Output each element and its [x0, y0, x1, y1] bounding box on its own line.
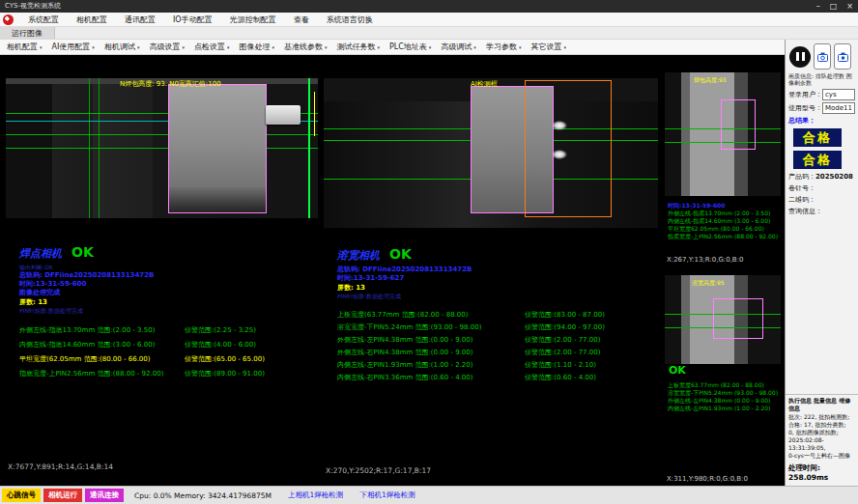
tool-advanced-debug[interactable]: 高级调试▾: [436, 42, 481, 52]
maximize-icon[interactable]: □: [830, 0, 838, 13]
menu-camera-config[interactable]: 相机配置: [68, 14, 116, 25]
lower-camera-link[interactable]: 下相机1焊枪检测: [359, 490, 415, 500]
result-block-melt-width: 溶宽相机 OK 总轨码: DFFiine2025020813313472B 时间…: [337, 244, 652, 384]
edge-line-yellow: [314, 92, 315, 136]
menu-comm-config[interactable]: 通讯配置: [116, 14, 164, 25]
measure-row: 外侧左线-指底13.70mm 范围:(2.00 - 3.50)侦警范围:(2.2…: [19, 323, 312, 338]
part-roi-outline: [168, 84, 267, 213]
qr-code-label: 二维码：: [786, 194, 858, 206]
chevron-down-icon: ▾: [325, 44, 328, 50]
roll-pin-label: 卷针号：: [786, 182, 858, 194]
tool-image-processing[interactable]: 图像处理▾: [234, 42, 279, 52]
time-line: 时间:13-31-59-600: [19, 280, 312, 289]
measure-row: 溶宽宽度-下PIN5.24mm 范围:(93.00 - 98.00)侦警范围:(…: [337, 322, 652, 334]
part-roi-outline: [713, 298, 763, 339]
app-logo-icon: [3, 14, 14, 25]
measure-row: 上板宽度(63.77mm 范围:(82.00 - 88.00)侦警范围:(83.…: [337, 309, 652, 322]
preview-image-top[interactable]: 焊包高度:93: [665, 72, 781, 196]
stat-line: 0-cys一号上料右—图像: [788, 452, 855, 460]
measurement-list: 上板宽度(63.77mm 范围:(82.00 - 88.00)侦警范围:(83.…: [337, 309, 652, 384]
measure-row: 平坦宽度(62.05mm 范围:(80.00 - 66.00)侦警范围:(65.…: [19, 352, 312, 367]
pause-icon: [802, 52, 805, 61]
upper-camera-link[interactable]: 上相机1焊枪检测: [288, 490, 343, 500]
camera-view-melt-width: AI检测框 溶宽相机 OK 总轨码: DFFiine20250208133134…: [322, 55, 660, 480]
time-line: 时间:13-31-59-627: [337, 274, 652, 283]
tool-ai-use-config[interactable]: AI使用配置▾: [47, 42, 100, 52]
tool-plc-address-table[interactable]: PLC地址表▾: [385, 42, 436, 52]
menu-system-config[interactable]: 系统配置: [19, 14, 68, 25]
menu-language-switch[interactable]: 系统语言切换: [318, 14, 382, 25]
measure-hline: [6, 134, 318, 135]
tool-advanced-settings[interactable]: 高级设置▾: [144, 42, 189, 52]
process-time: 处理时间: 258.09ms: [786, 462, 858, 486]
menu-io-manual-config[interactable]: IO手动配置: [164, 14, 221, 25]
time-line: 时间:13-31-59-600: [668, 202, 781, 210]
toolbar: 相机配置▾ AI使用配置▾ 相机调试▾ 高级设置▾ 点检设置▾ 图像处理▾ 基准…: [0, 40, 785, 55]
part-roi-outline: [721, 99, 756, 150]
stat-line: 0, 批拍图像抓拍数;: [788, 429, 855, 436]
camera-image-weld-spot[interactable]: N焊包高度: 93. N0宽高汇值:100: [6, 78, 318, 218]
close-icon[interactable]: ×: [846, 0, 853, 13]
measure-line: 内侧左线-左PIN1.93mm (1.00 - 2.20): [668, 405, 781, 412]
tab-row: 运行图像: [0, 27, 858, 40]
window-title: CYS-视觉检测系统: [5, 0, 61, 13]
connector-part: [266, 105, 300, 125]
result-status: OK: [389, 246, 412, 262]
measure-line: 内侧左线-指底14.60mm (3.00 - 6.00): [668, 217, 781, 225]
barcode-line: 总轨码: DFFiine2025020813313472B: [337, 266, 652, 274]
app-window: CYS-视觉检测系统 – □ × 系统配置 相机配置 通讯配置 IO手动配置 光…: [0, 0, 858, 504]
tab-run-image[interactable]: 运行图像: [0, 27, 55, 39]
measure-line: 外侧左线-指底13.70mm (2.00 - 3.50): [668, 210, 781, 217]
preview-image-bottom[interactable]: 溶宽高度:95: [665, 275, 781, 364]
model-label: 使用型号：: [788, 104, 822, 112]
tool-camera-debug[interactable]: 相机调试▾: [100, 42, 145, 52]
chevron-down-icon: ▾: [429, 44, 432, 50]
product-code-row: 产品码：20250208: [786, 171, 858, 182]
minimize-icon[interactable]: –: [816, 0, 820, 13]
preview-text-lines: 时间:13-31-59-600 外侧左线-指底13.70mm (2.00 - 3…: [668, 202, 781, 240]
tool-baseline-params[interactable]: 基准线参数▾: [279, 42, 332, 52]
tool-learning-params[interactable]: 学习参数▾: [481, 42, 527, 52]
model-value[interactable]: Mode11: [822, 102, 855, 114]
status-line: 图像处理完成: [19, 289, 312, 297]
control-buttons: [786, 40, 858, 72]
stat-line: 2025:02:08-13:31:39:05,: [788, 436, 855, 452]
status-bar: 心跳信号 相机运行 通讯连接 Cpu: 0.0% Memory: 3424.41…: [0, 486, 858, 504]
camera-live-button[interactable]: [814, 43, 831, 70]
result-block-weld-spot: 焊点相机 OK 输出判断:OK 总轨码: DFFiine202502081331…: [19, 242, 312, 381]
result-badge-2: 合格: [793, 151, 842, 169]
camera-icon: [817, 52, 828, 62]
right-panel: 画质信息: 排队处理数 图像剩余数 登录用户：cys 使用型号：Mode11 总…: [785, 40, 858, 486]
camera-capture-button[interactable]: [834, 43, 851, 70]
menu-light-control-config[interactable]: 光源控制配置: [221, 14, 285, 25]
tool-spot-check[interactable]: 点检设置▾: [189, 42, 235, 52]
weld-spot-highlight: [552, 150, 567, 159]
cursor-coordinates: X:267,Y:13;R:0,G:0,B:0: [667, 256, 743, 264]
camera-image-melt-width[interactable]: AI检测框: [324, 78, 658, 228]
chevron-down-icon: ▾: [137, 44, 140, 50]
measure-line: 外侧左线-左PIN4.38mm (0.00 - 9.00): [668, 397, 781, 405]
cursor-coordinates: X:311,Y:980;R:0,G:0,B:0: [667, 475, 748, 483]
total-result-label: 总结果：: [786, 115, 858, 126]
pin-line: PIN针轮廓:数据处理完成: [19, 307, 312, 315]
overlay-measure-label: N焊包高度: 93. N0宽高汇值:100: [120, 79, 221, 89]
query-info-label: 查询信息：: [786, 206, 858, 217]
pause-button[interactable]: [789, 46, 811, 68]
measurement-list: 外侧左线-指底13.70mm 范围:(2.00 - 3.50)侦警范围:(2.2…: [19, 323, 312, 381]
menu-view[interactable]: 查看: [285, 14, 318, 25]
result-status: OK: [72, 244, 94, 260]
overlay-measure-label: 焊包高度:93: [694, 76, 727, 85]
tool-other-settings[interactable]: 其它设置▾: [526, 42, 571, 52]
camera-running-badge: 相机运行: [43, 489, 82, 502]
chevron-down-icon: ▾: [473, 44, 476, 50]
ai-detection-box: [525, 80, 612, 217]
title-bar: CYS-视觉检测系统 – □ ×: [0, 0, 858, 13]
statistics-header: 执行信息 批量信息 维修信息: [788, 397, 855, 412]
chevron-down-icon: ▾: [92, 44, 95, 50]
tool-test-tasks[interactable]: 测试任务数▾: [331, 42, 385, 52]
login-user-value[interactable]: cys: [822, 89, 855, 100]
window-controls: – □ ×: [816, 0, 853, 13]
tool-camera-config[interactable]: 相机配置▾: [2, 42, 47, 52]
edge-line: [308, 78, 310, 218]
result-badge-1: 合格: [793, 128, 842, 147]
